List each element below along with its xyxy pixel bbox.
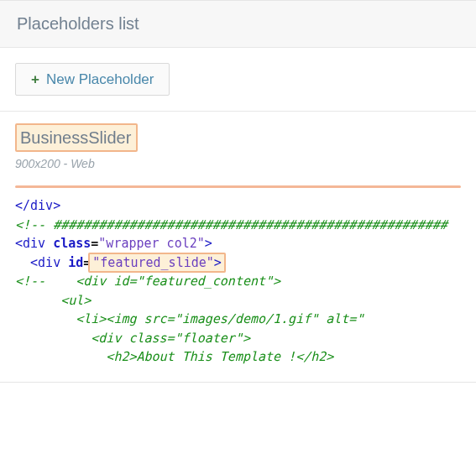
- code-token: <div: [15, 255, 68, 270]
- toolbar: +New Placeholder: [0, 48, 476, 112]
- placeholder-title-highlight: BusinessSlider: [15, 123, 138, 152]
- code-line: <h2>About This Template !</h2>: [15, 349, 333, 364]
- code-preview: </div> <!-- ############################…: [0, 188, 476, 382]
- plus-icon: +: [31, 71, 39, 87]
- highlighted-id-value: "featured_slide">: [88, 253, 226, 273]
- code-token: "wrapper col2": [98, 236, 204, 251]
- new-placeholder-label: New Placeholder: [46, 71, 154, 87]
- code-token: <!--: [15, 274, 45, 289]
- new-placeholder-button[interactable]: +New Placeholder: [15, 63, 170, 96]
- code-line: <div class="floater">: [15, 331, 250, 346]
- code-line: <li><img src="images/demo/1.gif" alt=": [15, 311, 364, 326]
- code-token: >: [205, 236, 212, 251]
- panel-title: Placeholders list: [0, 1, 476, 48]
- placeholder-meta: 900x200 - Web: [15, 157, 461, 170]
- code-token: id: [68, 255, 83, 270]
- placeholders-panel: Placeholders list +New Placeholder Busin…: [0, 0, 476, 383]
- code-line: </div>: [15, 198, 60, 213]
- code-token: <div: [15, 236, 53, 251]
- code-line: <div id="featured_content">: [45, 274, 280, 289]
- code-line: <ul>: [15, 293, 91, 308]
- placeholder-title[interactable]: BusinessSlider: [20, 128, 131, 147]
- code-line: <!-- ###################################…: [15, 217, 447, 232]
- placeholder-item: BusinessSlider 900x200 - Web: [0, 112, 476, 177]
- code-token: class: [53, 236, 91, 251]
